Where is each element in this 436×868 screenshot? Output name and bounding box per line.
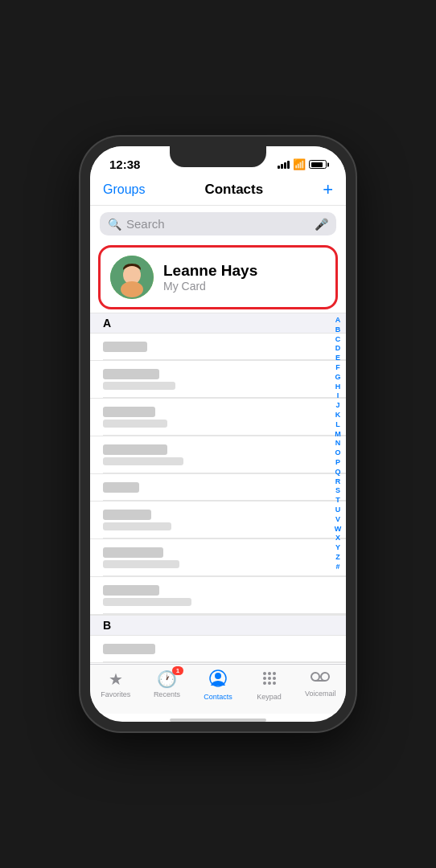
page-title: Contacts <box>204 182 263 198</box>
signal-icon <box>278 161 290 169</box>
add-contact-button[interactable]: + <box>323 181 333 199</box>
status-icons: 📶 <box>278 158 327 170</box>
tab-recents[interactable]: 🕐 1 Recents <box>142 669 193 701</box>
recents-label: Recents <box>154 690 180 698</box>
voicemail-label: Voicemail <box>305 690 336 698</box>
list-item[interactable] <box>90 361 346 399</box>
voicemail-icon <box>311 669 330 688</box>
keypad-label: Keypad <box>257 693 282 701</box>
my-card-name: Leanne Hays <box>163 262 326 280</box>
my-card[interactable]: Leanne Hays My Card <box>98 245 338 309</box>
favorites-icon: ★ <box>109 669 123 689</box>
list-item[interactable] <box>90 436 346 474</box>
favorites-label: Favorites <box>101 690 130 698</box>
svg-point-7 <box>273 672 276 675</box>
section-header-b: B <box>90 615 346 636</box>
alpha-d[interactable]: D <box>332 344 343 353</box>
alpha-f[interactable]: F <box>332 363 343 372</box>
search-input[interactable]: Search <box>126 217 310 231</box>
alpha-w[interactable]: W <box>332 525 343 534</box>
battery-icon <box>309 160 327 169</box>
svg-point-5 <box>263 672 266 675</box>
alpha-hash[interactable]: # <box>332 563 343 571</box>
alpha-r[interactable]: R <box>332 477 343 486</box>
alpha-y[interactable]: Y <box>332 543 343 552</box>
alphabet-index[interactable]: A B C D E F G H I J K L M N O P Q R S T <box>330 313 346 664</box>
svg-point-13 <box>273 682 276 685</box>
svg-point-11 <box>263 682 266 685</box>
contacts-scroll[interactable]: A <box>90 313 346 664</box>
alpha-v[interactable]: V <box>332 515 343 524</box>
svg-point-8 <box>263 677 266 680</box>
wifi-icon: 📶 <box>293 158 306 170</box>
nav-header: Groups Contacts + <box>90 174 346 206</box>
alpha-o[interactable]: O <box>332 448 343 457</box>
alpha-z[interactable]: Z <box>332 553 343 562</box>
alpha-q[interactable]: Q <box>332 468 343 477</box>
tab-keypad[interactable]: Keypad <box>244 669 295 701</box>
my-card-label: My Card <box>163 280 326 293</box>
svg-point-14 <box>311 673 319 681</box>
list-item[interactable] <box>90 334 346 361</box>
list-item[interactable] <box>90 663 346 664</box>
svg-point-12 <box>268 682 271 685</box>
alpha-e[interactable]: E <box>332 354 343 362</box>
contacts-label: Contacts <box>204 693 232 701</box>
alpha-t[interactable]: T <box>332 496 343 505</box>
alpha-b[interactable]: B <box>332 326 343 334</box>
alpha-l[interactable]: L <box>332 420 343 429</box>
my-card-info: Leanne Hays My Card <box>163 262 326 293</box>
alpha-j[interactable]: J <box>332 401 343 410</box>
tab-voicemail[interactable]: Voicemail <box>294 669 346 701</box>
alpha-a[interactable]: A <box>332 316 343 325</box>
status-time: 12:38 <box>109 158 140 171</box>
alpha-x[interactable]: X <box>332 534 343 542</box>
contacts-icon <box>209 669 227 691</box>
list-item[interactable] <box>90 474 346 502</box>
alpha-s[interactable]: S <box>332 486 343 495</box>
recents-badge: 1 <box>172 666 183 675</box>
phone-screen: 12:38 📶 Groups Contacts + <box>90 146 346 722</box>
home-indicator <box>170 719 266 722</box>
svg-point-15 <box>321 673 329 681</box>
avatar <box>110 256 154 299</box>
tab-contacts[interactable]: Contacts <box>192 669 244 701</box>
alpha-h[interactable]: H <box>332 383 343 391</box>
tab-favorites[interactable]: ★ Favorites <box>90 669 142 701</box>
alpha-i[interactable]: I <box>332 391 343 400</box>
search-icon: 🔍 <box>108 218 121 231</box>
svg-point-3 <box>215 673 221 679</box>
alpha-n[interactable]: N <box>332 439 343 448</box>
phone-frame: 12:38 📶 Groups Contacts + <box>80 137 356 731</box>
alpha-m[interactable]: M <box>332 430 343 439</box>
svg-point-10 <box>273 677 276 680</box>
mic-icon[interactable]: 🎤 <box>315 218 328 231</box>
notch <box>170 146 266 167</box>
alpha-c[interactable]: C <box>332 335 343 344</box>
svg-point-2 <box>121 281 143 297</box>
tab-bar: ★ Favorites 🕐 1 Recents Contac <box>90 664 346 714</box>
recents-icon: 🕐 1 <box>157 669 177 689</box>
alpha-p[interactable]: P <box>332 458 343 467</box>
list-item[interactable] <box>90 636 346 663</box>
list-item[interactable] <box>90 539 346 577</box>
list-item[interactable] <box>90 577 346 615</box>
svg-point-6 <box>268 672 271 675</box>
search-bar[interactable]: 🔍 Search 🎤 <box>100 212 336 235</box>
groups-button[interactable]: Groups <box>103 182 145 197</box>
alpha-g[interactable]: G <box>332 373 343 382</box>
contact-name-blurred <box>103 342 147 352</box>
list-item[interactable] <box>90 399 346 436</box>
svg-point-9 <box>268 677 271 680</box>
list-item[interactable] <box>90 502 346 539</box>
alpha-k[interactable]: K <box>332 411 343 420</box>
keypad-icon <box>261 669 278 691</box>
section-header-a: A <box>90 313 346 334</box>
search-bar-container: 🔍 Search 🎤 <box>90 206 346 242</box>
alpha-u[interactable]: U <box>332 506 343 514</box>
